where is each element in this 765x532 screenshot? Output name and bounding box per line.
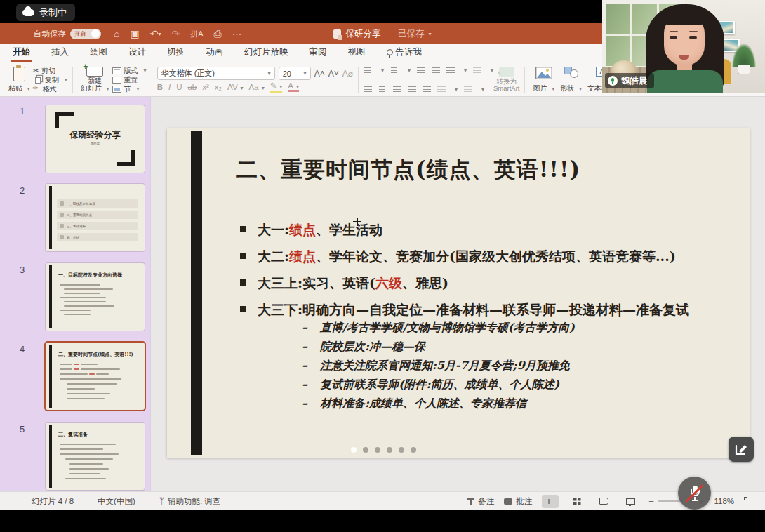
shapes-button[interactable]: 形状 ▾ — [557, 65, 585, 94]
reading-view-button[interactable] — [595, 495, 612, 508]
save-icon[interactable]: ▣ — [130, 28, 139, 39]
redo-icon[interactable]: ↷ — [171, 28, 180, 39]
tab-draw[interactable]: 绘图 — [88, 44, 109, 62]
slide-thumbnail-1[interactable]: 保研经验分享 魏皓晨 — [46, 105, 145, 173]
autosave-toggle[interactable]: 自动保存 开启 — [34, 29, 101, 39]
person-shirt — [647, 70, 723, 93]
slide-thumbnail-4-selected[interactable]: 二、重要时间节点(绩点、英语!!!) — [46, 343, 145, 410]
microphone-mute-button[interactable] — [678, 477, 711, 510]
slide-thumbnail-3[interactable]: 一、目标院校及专业方向选择 — [46, 263, 145, 331]
format-painter-button[interactable]: 格式 — [33, 84, 67, 93]
autosave-switch[interactable]: 开启 — [70, 29, 101, 39]
tab-animations[interactable]: 动画 — [204, 44, 225, 62]
agenda-row: 四、总结 — [57, 233, 138, 241]
autosave-state: 开启 — [74, 30, 86, 38]
numbering-icon[interactable] — [390, 67, 399, 74]
tab-insert[interactable]: 插入 — [50, 44, 70, 62]
subscript-button[interactable]: x₂ — [215, 83, 222, 91]
accessibility-check[interactable]: ᛘ 辅助功能: 调查 — [159, 496, 221, 507]
copy-button[interactable]: 复制 ▾ — [33, 75, 67, 84]
tab-view[interactable]: 视图 — [347, 44, 367, 62]
copy-icon — [35, 77, 41, 84]
recording-indicator[interactable]: 录制中 — [16, 4, 75, 21]
language-indicator[interactable]: 中文(中国) — [98, 496, 135, 507]
annotate-button[interactable] — [729, 437, 754, 462]
highlight-button[interactable]: ✎▾ — [270, 81, 283, 93]
slide-sub-bullet-list[interactable]: –直博/考古学学硕/文物与博物馆学专硕(考古学方向) –院校层次:冲—稳—保 –… — [302, 321, 751, 415]
align-right-icon[interactable] — [393, 86, 401, 93]
superscript-button[interactable]: x² — [202, 83, 209, 91]
slide-thumbnail-2[interactable]: 一、院校及方向选择 二、重要时间节点 三、复试准备 四、总结 — [46, 184, 145, 251]
picture-icon — [536, 67, 552, 79]
slide-sorter-button[interactable] — [568, 495, 585, 508]
align-left-icon[interactable] — [364, 86, 372, 93]
font-color-button[interactable]: A▾ — [288, 81, 299, 92]
more-commands-icon[interactable]: ⋯ — [232, 28, 242, 39]
agenda-row: 一、院校及方向选择 — [57, 199, 138, 208]
normal-view-button[interactable] — [542, 495, 559, 508]
slide-counter[interactable]: 幻灯片 4 / 8 — [32, 496, 74, 507]
clear-format-icon[interactable]: A⌀ — [342, 69, 353, 79]
tab-transitions[interactable]: 切换 — [166, 44, 186, 62]
columns-icon[interactable] — [473, 67, 481, 74]
zoom-out-button[interactable]: − — [648, 496, 654, 507]
thumb-number-1: 1 — [20, 106, 25, 117]
align-center-icon[interactable] — [378, 86, 387, 93]
save-status[interactable]: 已保存 — [398, 28, 425, 40]
reset-button[interactable]: 重置 — [112, 75, 147, 84]
paste-button[interactable]: 粘贴 ▾ — [6, 65, 33, 94]
change-case-button[interactable]: Aa▾ — [249, 83, 265, 91]
font-size-combo[interactable]: 20▾ — [279, 67, 311, 80]
layout-button[interactable]: 版式 ▾ — [112, 66, 147, 75]
line-spacing-icon[interactable] — [446, 67, 455, 74]
bullets-icon[interactable] — [364, 67, 372, 74]
thumb5-title: 三、复试准备 — [58, 431, 140, 438]
agenda-row: 二、重要时间节点 — [57, 211, 138, 219]
notes-button[interactable]: 备注 — [467, 496, 494, 507]
save-as-icon[interactable]: ⎙ — [214, 28, 222, 40]
shrink-font-icon[interactable]: A˅ — [328, 69, 339, 79]
thumb3-title: 一、目标院校及专业方向选择 — [58, 272, 140, 279]
underline-button[interactable]: U — [176, 83, 182, 91]
strikethrough-button[interactable]: ab — [187, 83, 197, 91]
slides-group: 版式 ▾ 重置 节 ▾ — [112, 65, 147, 94]
text-direction-icon[interactable] — [437, 86, 446, 93]
picture-button[interactable]: 图片 ▾ — [530, 65, 557, 94]
char-spacing-button[interactable]: AV▾ — [227, 83, 244, 91]
tab-design[interactable]: 设计 — [127, 44, 147, 62]
justify-icon[interactable] — [408, 86, 416, 93]
tab-home[interactable]: 开始 — [11, 44, 32, 62]
grow-font-icon[interactable]: A˄ — [314, 69, 325, 79]
distribute-icon[interactable] — [423, 86, 431, 93]
corner-bracket — [117, 150, 135, 166]
person-eye — [689, 36, 697, 39]
home-icon[interactable]: ⌂ — [114, 28, 119, 39]
phonetic-guide-icon[interactable]: 拼A — [190, 29, 203, 39]
slide-accent-bar — [49, 265, 52, 328]
tab-slideshow[interactable]: 幻灯片放映 — [243, 44, 290, 62]
section-button[interactable]: 节 ▾ — [112, 84, 147, 93]
slide-canvas[interactable]: 二、重要时间节点(绩点、英语!!!) 大一:绩点、学生活动 大二:绩点、学年论文… — [151, 97, 765, 491]
tab-tell-me[interactable]: 告诉我 — [385, 44, 424, 62]
clipboard-icon — [13, 67, 25, 81]
slide-thumbnail-5[interactable]: 三、复试准备 — [46, 423, 145, 490]
new-slide-button[interactable]: 新建幻灯片 ▾ — [78, 65, 112, 94]
fit-slide-icon[interactable] — [744, 497, 752, 505]
indent-increase-icon[interactable] — [432, 67, 440, 74]
zoom-level[interactable]: 118% — [714, 497, 734, 505]
italic-button[interactable]: I — [168, 83, 171, 91]
slide-title[interactable]: 二、重要时间节点(绩点、英语!!!) — [236, 155, 580, 185]
tab-review[interactable]: 审阅 — [308, 44, 328, 62]
align-text-icon[interactable] — [464, 86, 472, 93]
convert-smartart-button[interactable]: 转换为SmartArt — [493, 65, 519, 94]
bold-button[interactable]: B — [157, 83, 163, 91]
indent-decrease-icon[interactable] — [417, 67, 425, 74]
slideshow-button[interactable] — [622, 495, 639, 508]
cut-button[interactable]: ✂ 剪切 — [33, 66, 67, 75]
slide-bullet-list[interactable]: 大一:绩点、学生活动 大二:绩点、学年论文、竞赛加分(国家级大创优秀结项、英语竞… — [240, 221, 731, 328]
current-slide[interactable]: 二、重要时间节点(绩点、英语!!!) 大一:绩点、学生活动 大二:绩点、学年论文… — [167, 128, 750, 458]
webcam-video[interactable]: 魏皓晨 — [602, 0, 765, 93]
undo-icon[interactable]: ↶▾ — [150, 28, 161, 39]
comments-button[interactable]: 批注 — [504, 496, 532, 507]
font-name-combo[interactable]: 华文楷体 (正文)▾ — [157, 67, 275, 80]
